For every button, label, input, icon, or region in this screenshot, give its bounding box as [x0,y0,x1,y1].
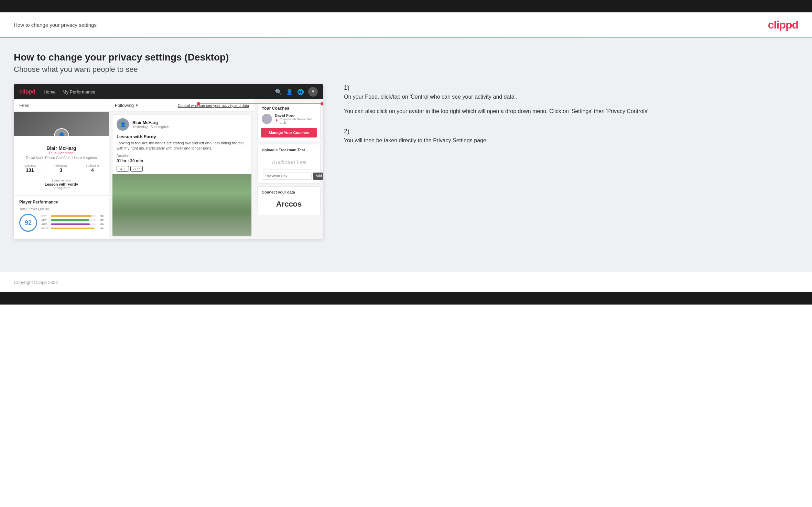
stat-followers: Followers 3 [54,164,68,173]
perf-bar-label: APP [41,219,50,222]
golf-scene-image [112,174,251,236]
trackman-input-row: Add Link [262,173,316,180]
latest-activity-label: Latest Activity [19,179,104,182]
instructions-panel: 1) On your Feed, click/tap on 'Control w… [337,84,798,157]
perf-bar-value: 96 [97,227,104,230]
perf-bar-track [51,219,96,221]
app-nav-links: Home My Performance [44,89,95,95]
step1-text-part1: On your Feed, click/tap on 'Control who … [344,93,791,101]
app-body: Feed 👤 Blair McHarg Plus Handicap Royal … [14,99,323,239]
header-title: How to change your privacy settings [14,22,97,28]
app-right-panel: Your Coaches David Ford 📍 Royal North De… [255,99,323,239]
page-subheading: Choose what you want people to see [14,65,798,74]
tag-app: APP [130,166,143,172]
profile-club: Royal North Devon Golf Club, United King… [19,156,104,160]
person-icon[interactable]: 👤 [286,89,293,95]
stat-activities-label: Activities [24,164,36,167]
app-nav-icons: 🔍 👤 🌐 B [275,87,318,97]
coach-club: 📍 Royal North Devon Golf Club [275,118,316,124]
trackman-title: Upload a Trackman Test [262,148,316,152]
post-author-avatar: 👤 [117,118,129,131]
trackman-input[interactable] [262,173,312,180]
perf-bar-row: OTT90 [41,214,104,218]
trackman-add-button[interactable]: Add Link [313,173,323,180]
perf-bar-value: 90 [97,214,104,218]
profile-card: 👤 Blair McHarg Plus Handicap Royal North… [14,112,109,196]
post-description: Looking to feel like my hands are exitin… [112,141,251,154]
perf-bar-fill [51,228,94,229]
profile-banner: 👤 [14,112,109,136]
profile-info: Blair McHarg Plus Handicap Royal North D… [19,145,104,190]
perf-bar-track [51,215,96,217]
perf-bar-label: PUTT [41,227,50,230]
profile-name: Blair McHarg [19,145,104,151]
chevron-down-icon: ▼ [135,103,139,107]
app-navbar: clippd Home My Performance 🔍 👤 🌐 B [14,84,323,99]
app-nav-home[interactable]: Home [44,89,56,95]
perf-bar-value: 85 [97,219,104,222]
feed-following[interactable]: Following ▼ [115,103,139,108]
stat-following-label: Following [86,164,99,167]
post-header: 👤 Blair McHarg Yesterday · Sunningdale [112,115,251,134]
coach-name: David Ford [275,113,316,118]
post-card: 👤 Blair McHarg Yesterday · Sunningdale L… [112,114,252,236]
profile-stats: Activities 131 Followers 3 [19,164,104,173]
screenshot-area: clippd Home My Performance 🔍 👤 🌐 B Feed [14,84,798,239]
top-bar [0,0,812,12]
stat-divider-1 [45,164,45,173]
latest-activity-date: 03 Aug 2022 [19,186,104,190]
perf-bar-track [51,223,96,225]
perf-bar-label: ARG [41,223,50,226]
app-nav-performance[interactable]: My Performance [63,89,95,95]
globe-icon[interactable]: 🌐 [297,89,304,95]
perf-bars: OTT90APP85ARG86PUTT96 [41,214,104,231]
stat-divider-2 [77,164,77,173]
player-perf-title: Player Performance [19,200,104,205]
header: How to change your privacy settings clip… [0,12,812,37]
app-logo: clippd [19,89,35,95]
post-tags: OTT APP [112,166,251,174]
latest-activity: Latest Activity Lesson with Fordy 03 Aug… [19,176,104,190]
perf-bar-row: PUTT96 [41,227,104,230]
player-performance: Player Performance Total Player Quality … [14,196,109,236]
annotation-arrow-line [197,103,323,104]
perf-bar-row: ARG86 [41,223,104,226]
post-title: Lesson with Fordy [112,134,251,141]
step1-number: 1) [344,84,791,91]
post-duration: Duration 01 hr : 30 min [112,154,251,166]
feed-tab[interactable]: Feed [14,99,109,112]
perf-bar-track [51,228,96,229]
duration-label: Duration [117,154,130,158]
post-user-info: Blair McHarg Yesterday · Sunningdale [132,120,170,129]
coach-club-name: Royal North Devon Golf Club [280,118,316,124]
pin-icon: 📍 [275,119,279,123]
footer: Copyright Clippd 2022 [0,272,812,292]
post-username: Blair McHarg [132,120,170,125]
footer-text: Copyright Clippd 2022 [14,280,58,285]
post-location: Yesterday · Sunningdale [132,125,170,129]
post-image [112,174,251,236]
stat-following-value: 4 [86,167,99,173]
connect-brand-name: Arccos [262,197,316,211]
manage-coaches-button[interactable]: Manage Your Coaches [261,128,317,137]
bottom-bar [0,292,812,305]
stat-followers-value: 3 [54,167,68,173]
following-label: Following [115,103,134,108]
trackman-placeholder: Trackman Link [262,155,316,170]
step2-number: 2) [344,128,791,135]
search-icon[interactable]: 🔍 [275,89,282,95]
perf-bar-fill [51,219,89,221]
instruction-step-1: 1) On your Feed, click/tap on 'Control w… [344,84,791,115]
stat-following: Following 4 [86,164,99,173]
perf-bar-label: OTT [41,214,50,218]
total-quality-label: Total Player Quality [19,207,104,211]
avatar-button[interactable]: B [308,87,318,97]
coach-avatar [262,114,272,124]
profile-handicap: Plus Handicap [19,151,104,155]
coach-item: David Ford 📍 Royal North Devon Golf Club [258,113,320,128]
coaches-card: Your Coaches David Ford 📍 Royal North De… [257,102,321,141]
instruction-step-2: 2) You will then be taken directly to th… [344,128,791,145]
stat-activities: Activities 131 [24,164,36,173]
arrow-dot-left [197,102,200,106]
quality-score: 92 [19,214,37,232]
